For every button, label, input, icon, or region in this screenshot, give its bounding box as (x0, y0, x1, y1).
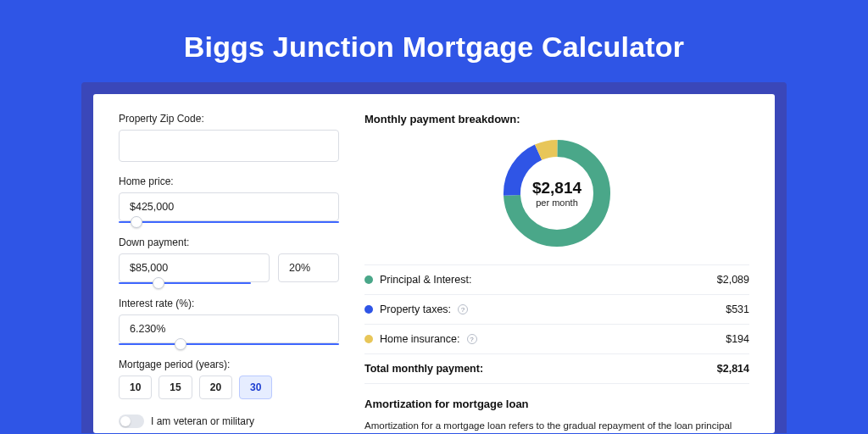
amortization-title: Amortization for mortgage loan (364, 398, 749, 410)
info-icon[interactable]: ? (458, 304, 468, 314)
legend-row-insurance: Home insurance: ? $194 (364, 325, 749, 354)
zip-input[interactable] (119, 130, 339, 162)
rate-label: Interest rate (%): (119, 298, 339, 309)
legend-label-principal: Principal & Interest: (380, 274, 471, 286)
rate-slider-thumb[interactable] (175, 338, 186, 350)
amortization-body: Amortization for a mortgage loan refers … (364, 419, 749, 433)
rate-field: Interest rate (%): (119, 298, 339, 345)
legend-dot-insurance (364, 335, 373, 343)
amortization-section: Amortization for mortgage loan Amortizat… (364, 398, 749, 433)
legend-label-taxes: Property taxes: (380, 303, 451, 315)
period-option-20[interactable]: 20 (199, 376, 232, 399)
info-icon[interactable]: ? (467, 334, 477, 344)
breakdown-column: Monthly payment breakdown: $2,814 per mo… (339, 113, 749, 433)
period-label: Mortgage period (years): (119, 359, 339, 370)
price-input[interactable] (119, 192, 339, 221)
legend-row-taxes: Property taxes: ? $531 (364, 295, 749, 325)
veteran-label: I am veteran or military (151, 415, 254, 427)
down-label: Down payment: (119, 236, 339, 248)
down-field: Down payment: (119, 236, 339, 284)
legend-dot-principal (364, 275, 373, 284)
legend-value-total: $2,814 (717, 363, 749, 375)
zip-label: Property Zip Code: (119, 113, 339, 125)
donut-wrap: $2,814 per month (364, 134, 749, 253)
legend-label-total: Total monthly payment: (364, 363, 483, 375)
calculator-card: Property Zip Code: Home price: Down paym… (93, 94, 775, 433)
legend-label-insurance: Home insurance: (380, 333, 460, 345)
legend-value-insurance: $194 (726, 333, 749, 345)
period-options: 10 15 20 30 (119, 376, 339, 399)
calculator-frame-pad: Property Zip Code: Home price: Down paym… (81, 82, 787, 433)
form-column: Property Zip Code: Home price: Down paym… (119, 113, 339, 433)
legend-value-taxes: $531 (726, 303, 749, 315)
period-option-10[interactable]: 10 (119, 376, 152, 399)
down-pct-input[interactable] (278, 253, 339, 282)
price-label: Home price: (119, 175, 339, 187)
period-field: Mortgage period (years): 10 15 20 30 (119, 359, 339, 399)
veteran-row: I am veteran or military (119, 415, 339, 428)
legend-row-principal: Principal & Interest: $2,089 (364, 265, 749, 295)
price-slider[interactable] (119, 221, 339, 223)
legend-value-principal: $2,089 (717, 274, 749, 286)
breakdown-title: Monthly payment breakdown: (364, 113, 749, 125)
zip-field: Property Zip Code: (119, 113, 339, 162)
price-slider-thumb[interactable] (131, 216, 142, 228)
legend: Principal & Interest: $2,089 Property ta… (364, 264, 749, 384)
down-input[interactable] (119, 253, 270, 282)
veteran-toggle[interactable] (119, 415, 144, 428)
rate-input[interactable] (119, 314, 339, 343)
legend-row-total: Total monthly payment: $2,814 (364, 354, 749, 384)
period-option-15[interactable]: 15 (159, 376, 192, 399)
rate-slider[interactable] (119, 343, 339, 345)
price-field: Home price: (119, 175, 339, 223)
donut-center-sub: per month (536, 198, 578, 208)
donut-center: $2,814 per month (498, 134, 616, 253)
legend-dot-taxes (364, 305, 373, 314)
down-slider-thumb[interactable] (153, 277, 164, 289)
period-option-30[interactable]: 30 (239, 376, 272, 399)
donut-center-amount: $2,814 (532, 179, 581, 198)
down-slider[interactable] (119, 282, 251, 284)
page-title: Biggs Junction Mortgage Calculator (0, 0, 868, 82)
payment-donut-chart: $2,814 per month (498, 134, 616, 253)
